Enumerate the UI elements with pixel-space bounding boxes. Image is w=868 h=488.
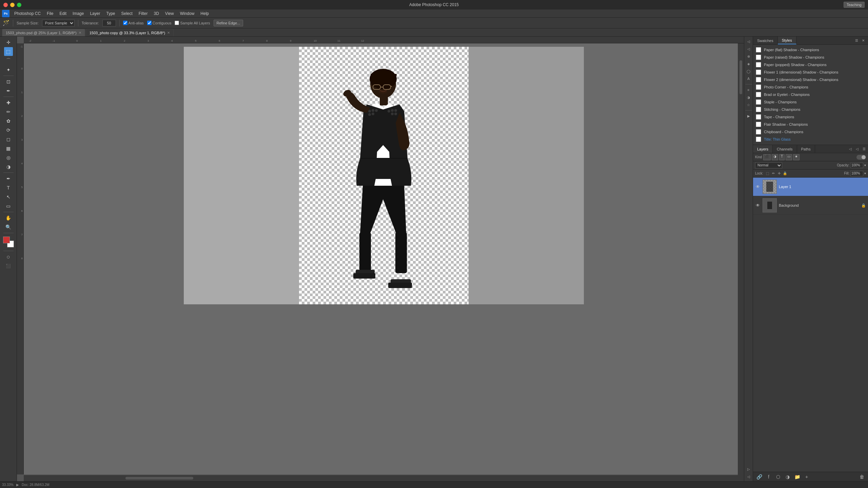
screen-mode-btn[interactable]: ⬛ — [4, 262, 13, 270]
tolerance-input[interactable]: 50 — [102, 20, 116, 26]
layer-item-background[interactable]: 👁 Background 🔒 — [753, 196, 868, 215]
eraser-tool[interactable]: ◻ — [4, 135, 13, 144]
layer1-visibility-toggle[interactable]: 👁 — [755, 184, 761, 189]
filter-toggle-switch[interactable] — [856, 155, 866, 160]
filter-shape-btn[interactable]: ▭ — [786, 154, 792, 160]
collapse-btn[interactable]: ◁ — [745, 473, 752, 480]
menu-image[interactable]: Image — [70, 11, 86, 17]
menu-select[interactable]: Select — [118, 11, 135, 17]
panel-menu-btn[interactable]: ☰ — [854, 38, 859, 43]
fill-input[interactable] — [850, 171, 863, 176]
paths-tab[interactable]: Paths — [797, 145, 815, 153]
menu-window[interactable]: Window — [177, 11, 197, 17]
layer-collapse-btn[interactable]: ◁ — [848, 146, 853, 152]
canvas-scrollbar-horizontal[interactable] — [24, 475, 744, 481]
canvas-background[interactable] — [24, 43, 744, 474]
spot-healing-tool[interactable]: ✚ — [4, 98, 13, 107]
sample-size-select[interactable]: Point Sample — [42, 20, 75, 26]
navigator-btn[interactable]: ⊕ — [745, 53, 752, 60]
style-item-5[interactable]: Flower 2 (dimensional) Shadow - Champion… — [753, 76, 868, 83]
lock-transparent-btn[interactable]: ⬚ — [765, 171, 770, 176]
lock-position-btn[interactable]: ✛ — [777, 171, 782, 176]
style-item-12[interactable]: Chipboard - Champions — [753, 128, 868, 136]
tab-1503-photo[interactable]: 1503_photo.psd @ 25% (Layer 1, RGB/8*) ✕ — [2, 29, 85, 36]
tab-1503-photo-copy[interactable]: 1503_photo copy @ 33.3% (Layer 1, RGB/8*… — [86, 29, 174, 36]
link-layers-btn[interactable]: 🔗 — [756, 473, 763, 480]
type-tool[interactable]: T — [4, 183, 13, 192]
magic-wand-tool[interactable]: ✦ — [4, 65, 13, 74]
brush-preset-btn[interactable]: ◯ — [745, 68, 752, 75]
menu-filter[interactable]: Filter — [136, 11, 151, 17]
style-item-1[interactable]: Paper (flat) Shadow - Champions — [753, 46, 868, 54]
canvas-area[interactable]: -2 -1 0 1 2 3 4 5 6 7 8 9 10 11 12 -1 0 … — [17, 37, 744, 481]
dodge-tool[interactable]: ◑ — [4, 162, 13, 171]
move-tool[interactable]: ✛ — [4, 38, 13, 47]
filter-pixel-btn[interactable]: ⬛ — [763, 154, 771, 160]
style-item-9[interactable]: Stitching - Champions — [753, 106, 868, 113]
filter-smart-btn[interactable]: ★ — [793, 154, 800, 160]
style-item-6[interactable]: Photo Corner - Champions — [753, 83, 868, 91]
style-item-13[interactable]: Title: Thin Glass — [753, 136, 868, 143]
swatches-tab[interactable]: Swatches — [753, 37, 778, 44]
menu-photoshop[interactable]: Photoshop CC — [12, 11, 43, 17]
sample-all-layers-checkbox[interactable] — [175, 21, 179, 25]
style-item-10[interactable]: Tape - Champions — [753, 113, 868, 121]
menu-help[interactable]: Help — [198, 11, 212, 17]
timeline-btn[interactable]: ▶ — [745, 113, 752, 119]
channels-tab[interactable]: Channels — [773, 145, 797, 153]
anti-alias-checkbox[interactable] — [123, 21, 127, 25]
new-adjustment-btn[interactable]: ◑ — [784, 473, 791, 480]
panel-toggle-1[interactable]: ◁ — [745, 38, 752, 45]
lasso-tool[interactable]: ⌒ — [4, 56, 13, 65]
layers-tab[interactable]: Layers — [753, 145, 773, 153]
panel-toggle-2[interactable]: ◁ — [745, 45, 752, 52]
delete-layer-btn[interactable]: 🗑 — [859, 473, 865, 480]
style-item-8[interactable]: Staple - Champions — [753, 98, 868, 106]
menu-view[interactable]: View — [162, 11, 177, 17]
contiguous-checkbox[interactable] — [147, 21, 152, 25]
fill-dropdown[interactable]: ▾ — [864, 171, 866, 175]
eyedropper-tool[interactable]: ✒ — [4, 86, 13, 95]
panel-close-btn[interactable]: ✕ — [861, 38, 866, 43]
styles-tab[interactable]: Styles — [778, 37, 796, 44]
layer-menu-btn[interactable]: ☰ — [861, 146, 867, 152]
brush-tool[interactable]: ✏ — [4, 107, 13, 116]
foreground-color[interactable] — [3, 237, 10, 243]
style-item-3[interactable]: Paper (popped) Shadow - Champions — [753, 61, 868, 68]
style-item-7[interactable]: Brad or Eyelet - Champions — [753, 91, 868, 98]
style-item-2[interactable]: Paper (raised) Shadow - Champions — [753, 54, 868, 61]
zoom-tool[interactable]: 🔍 — [4, 223, 13, 231]
new-layer-btn[interactable]: + — [803, 473, 810, 480]
menu-file[interactable]: File — [44, 11, 56, 17]
color-btn[interactable]: ◈ — [745, 60, 752, 67]
maximize-button[interactable] — [17, 3, 21, 7]
filter-type-btn[interactable]: T — [779, 154, 785, 160]
menu-3d[interactable]: 3D — [151, 11, 162, 17]
rectangle-tool[interactable]: ▭ — [4, 202, 13, 210]
expand-btn[interactable]: ▷ — [745, 466, 752, 472]
lock-all-btn[interactable]: 🔒 — [783, 171, 787, 176]
blur-tool[interactable]: ◎ — [4, 153, 13, 162]
background-visibility-toggle[interactable]: 👁 — [755, 203, 761, 208]
char-para-btn[interactable]: A — [745, 75, 752, 82]
quick-mask-btn[interactable]: ⬡ — [4, 252, 13, 261]
canvas-scrollbar-vertical[interactable] — [738, 43, 744, 475]
add-mask-btn[interactable]: ⬡ — [775, 473, 782, 480]
new-group-btn[interactable]: 📁 — [794, 473, 801, 480]
history-brush-tool[interactable]: ⟳ — [4, 126, 13, 135]
styles-btn[interactable]: ☆ — [745, 101, 752, 108]
layer-item-layer1[interactable]: 👁 Layer 1 — [753, 178, 868, 196]
layer-settings-btn[interactable]: ◁ — [854, 146, 860, 152]
crop-tool[interactable]: ⊡ — [4, 77, 13, 86]
refine-edge-button[interactable]: Refine Edge... — [214, 20, 243, 26]
menu-edit[interactable]: Edit — [57, 11, 69, 17]
pen-tool[interactable]: ✒ — [4, 174, 13, 183]
color-indicators[interactable] — [3, 237, 14, 247]
blend-mode-select[interactable]: Normal Multiply Screen — [755, 162, 782, 168]
menu-type[interactable]: Type — [103, 11, 118, 17]
canvas-transparent[interactable] — [299, 47, 469, 304]
close-button[interactable] — [3, 3, 8, 7]
adjustments-btn[interactable]: ◑ — [745, 94, 752, 101]
menu-layer[interactable]: Layer — [87, 11, 103, 17]
lock-image-btn[interactable]: ✏ — [771, 171, 776, 176]
